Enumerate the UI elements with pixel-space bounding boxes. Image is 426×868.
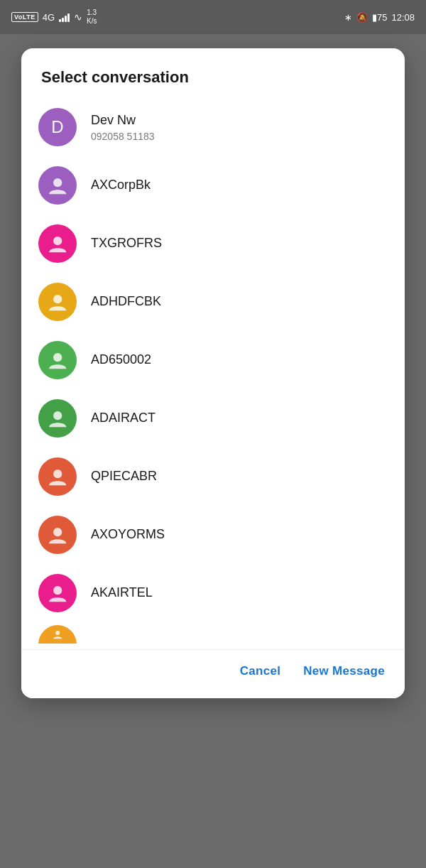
signal-bar-3 [65,16,67,22]
status-left: VoLTE 4G ∿ 1.3 K/s [11,9,97,26]
contact-name: TXGROFRS [91,235,162,251]
time-display: 12:08 [391,12,415,23]
avatar [38,399,77,438]
contact-list: D Dev Nw 092058 51183 AXCorpBk [21,98,405,649]
dialog-overlay: Select conversation D Dev Nw 092058 5118… [0,34,426,868]
contact-item[interactable]: ADAIRACT [21,389,405,447]
contact-name: AKAIRTEL [91,585,153,601]
contact-item[interactable]: QPIECABR [21,447,405,506]
contact-info: AXOYORMS [91,526,165,543]
status-bar: VoLTE 4G ∿ 1.3 K/s ∗ 🔕 ▮75 12:08 [0,0,426,34]
contact-name: AXCorpBk [91,177,151,193]
contact-info: ADAIRACT [91,410,155,426]
avatar-letter: D [51,117,63,137]
svg-point-5 [53,470,62,478]
contact-item[interactable]: AD650002 [21,331,405,389]
contact-name: AXOYORMS [91,526,165,543]
battery-indicator: ▮75 [372,12,387,23]
contact-info: AD650002 [91,352,151,368]
contact-item[interactable]: TXGROFRS [21,215,405,273]
avatar [38,166,77,205]
contact-info: QPIECABR [91,468,157,484]
contact-name: Dev Nw [91,112,155,129]
avatar [38,341,77,379]
svg-point-8 [55,631,60,635]
svg-point-4 [53,411,62,420]
bluetooth-icon: ∗ [344,12,352,23]
svg-point-3 [53,353,62,362]
contact-name: ADHDFCBK [91,293,161,310]
contact-item[interactable]: AKAIRTEL [21,564,405,622]
svg-point-2 [53,295,62,303]
contact-info: AKAIRTEL [91,585,153,601]
select-conversation-dialog: Select conversation D Dev Nw 092058 5118… [21,48,405,698]
avatar [38,574,77,612]
dialog-footer: Cancel New message [21,649,405,698]
new-message-button[interactable]: New message [300,658,388,684]
silent-icon: 🔕 [356,12,368,23]
contact-item[interactable]: D Dev Nw 092058 51183 [21,98,405,156]
svg-point-7 [53,586,62,595]
contact-info: AXCorpBk [91,177,151,193]
contact-info: Dev Nw 092058 51183 [91,112,155,141]
cancel-button[interactable]: Cancel [237,658,284,684]
svg-point-0 [53,178,62,187]
status-right: ∗ 🔕 ▮75 12:08 [344,12,415,23]
avatar [38,283,77,321]
contact-item[interactable]: AXCorpBk [21,156,405,215]
contact-info: ADHDFCBK [91,293,161,310]
contact-number: 092058 51183 [91,131,155,142]
signal-bar-4 [67,13,70,22]
wifi-icon: ∿ [74,11,82,23]
contact-name: ADAIRACT [91,410,155,426]
contact-name: QPIECABR [91,468,157,484]
avatar [38,516,77,554]
speed-text: 1.3 K/s [87,9,97,26]
signal-bar-2 [62,18,64,22]
avatar [38,224,77,263]
contact-item[interactable]: AXOYORMS [21,506,405,564]
avatar [38,457,77,496]
signal-4g: 4G [43,12,55,23]
contact-item[interactable] [21,622,405,644]
svg-point-6 [53,528,62,536]
signal-bar-1 [59,19,61,22]
dialog-title: Select conversation [21,48,405,98]
avatar: D [38,108,77,146]
signal-bars [59,12,70,22]
svg-point-1 [53,237,62,245]
volte-badge: VoLTE [11,12,38,22]
contact-item[interactable]: ADHDFCBK [21,273,405,331]
contact-info: TXGROFRS [91,235,162,251]
contact-name: AD650002 [91,352,151,368]
